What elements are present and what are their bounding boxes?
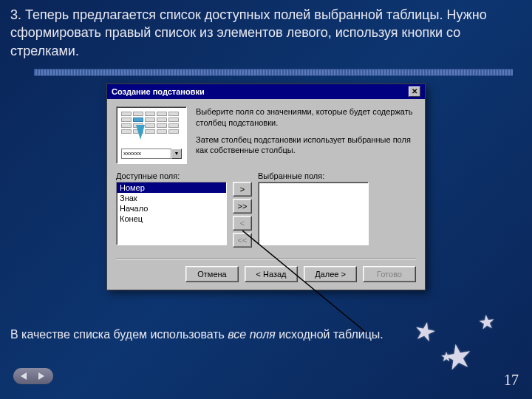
page-number: 17 <box>504 372 519 389</box>
star-icon: ★ <box>440 349 452 365</box>
divider <box>34 69 513 76</box>
add-button[interactable]: > <box>233 182 252 197</box>
title-bar: Создание подстановки ✕ <box>107 84 425 99</box>
bottom-caption: В качестве списка будем использовать все… <box>10 328 383 341</box>
preview-image: xxxxxx ▼ <box>116 106 187 164</box>
close-button[interactable]: ✕ <box>409 86 420 97</box>
lookup-wizard-dialog: Создание подстановки ✕ xxxxxx ▼ <box>106 83 426 290</box>
dialog-title: Создание подстановки <box>112 87 205 96</box>
back-button[interactable]: < Назад <box>245 266 298 282</box>
remove-all-button[interactable]: << <box>233 233 252 248</box>
available-fields-label: Доступные поля: <box>116 171 227 180</box>
selected-fields-label: Выбранные поля: <box>258 171 369 180</box>
prev-slide-button[interactable] <box>19 371 31 381</box>
wizard-instructions: Выберите поля со значениями, которые буд… <box>196 106 416 164</box>
remove-button[interactable]: < <box>233 216 252 231</box>
star-icon: ★ <box>411 314 439 347</box>
slide-instruction-text: 3. Теперь предлагается список доступных … <box>0 0 532 64</box>
add-all-button[interactable]: >> <box>233 199 252 214</box>
list-item[interactable]: Номер <box>117 183 226 193</box>
list-item[interactable]: Начало <box>117 203 226 214</box>
down-arrow-icon <box>136 125 145 140</box>
chevron-down-icon: ▼ <box>171 149 182 159</box>
finish-button: Готово <box>363 266 416 282</box>
selected-fields-listbox[interactable] <box>258 182 369 245</box>
slide-nav <box>13 368 53 384</box>
list-item[interactable]: Конец <box>117 214 226 224</box>
next-button[interactable]: Далее > <box>304 266 357 282</box>
preview-combo-value: xxxxxx <box>121 149 171 159</box>
cancel-button[interactable]: Отмена <box>185 266 239 282</box>
next-slide-button[interactable] <box>35 371 47 381</box>
star-icon: ★ <box>477 310 496 335</box>
available-fields-listbox[interactable]: Номер Знак Начало Конец <box>116 182 227 245</box>
list-item[interactable]: Знак <box>117 193 226 203</box>
